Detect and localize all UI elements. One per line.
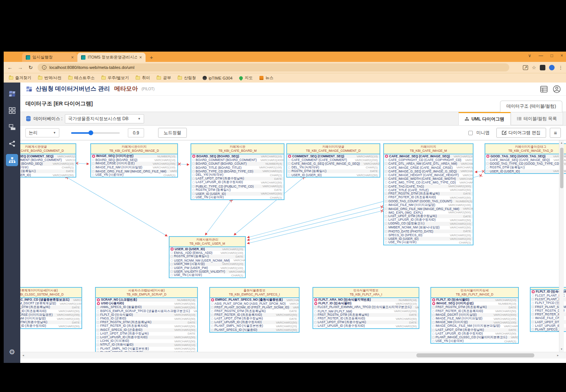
window-minimize-icon[interactable]: — [539,53,543,58]
edit-diagram-button[interactable]: 다이어그램 편집 [496,128,546,138]
entity-TB_KBI_CAFE_BOARD_COMMENT_D[interactable]: 카페게시판댓글TB_KBI_CAFE_BOARD_COMMENT_DCOMMEN… [20,143,76,178]
forward-icon[interactable]: → [17,64,24,70]
entity-TB_KBI_CAFE_BOARD_IMAGE_D[interactable]: 카페게시판이미지TB_KBI_CAFE_BOARD_IMAGE_DIMAGE_S… [90,143,178,178]
browser-toolbar: ← → ↻ i localhost:8080/itoms-web/meta-ta… [4,62,566,73]
entity-column: MMBER_NCNM_NM (회원닉네임명)VARCHAR2(50) [384,226,473,230]
bookmark-item[interactable]: 뉴스 [259,75,273,81]
entity-column: LCHN_ID (지의류ID)VARCHAR2(50) [96,339,197,343]
entity-column: FRST_RGTER_ID (최초등록자ID)VARCHAR2(50) [96,324,197,328]
column-icon [211,314,213,316]
horizontal-scroll-thumb[interactable] [416,353,534,357]
scroll-down-icon[interactable]: ▼ [560,347,563,352]
entity-column: LAST_UPDT_DTM (최종수정날짜)DATE [384,214,473,218]
bookmark-item[interactable]: 산림청 [178,75,196,81]
entity-column: CAFE_TITLE (CAFE_TITLE)VARCHAR2(50) [384,188,473,192]
entity-column: FRST_RGTER_ID (최초등록자ID)VARCHAR2(50) [431,309,518,313]
scroll-up-icon[interactable]: ▲ [560,140,563,146]
bookmark-item[interactable]: 테스트주소 [68,75,95,81]
window-close-icon[interactable]: × [560,53,563,58]
app-title-accent: 메타모아 [114,85,138,93]
sidebar-item-database[interactable] [6,121,18,133]
node-align-button[interactable]: 노드정렬 [158,128,187,138]
address-bar[interactable]: i localhost:8080/itoms-web/meta-tables.d… [38,63,509,71]
sidebar-item-dashboard[interactable] [6,104,18,116]
vertical-scrollbar[interactable]: ▲ ▼ [559,140,564,352]
bookmark-item[interactable]: 공부 [157,75,171,81]
entity-TB_KBI_CAFE_IMAGE_M[interactable]: 카페이미지TB_KBI_CAFE_IMAGE_MCAFE_IMAGE_SEQ (… [383,143,474,245]
entity-column: USER_ID (USER_ID)VARCHAR2(50) [485,169,566,173]
diagram-menu-button[interactable]: ≡ [550,128,561,138]
user-profile-icon[interactable] [553,85,561,93]
tab-table-column-list[interactable]: 테이블/컬럼 목록 [511,112,563,125]
browser-tab-temp[interactable]: 임시실행창 × [22,53,77,62]
database-select[interactable]: 국가생물종지식정보시스템 DB▼ [65,114,144,123]
entity-column-pk: COMMENT_SEQ (COMMENT_SEQ)VARCHAR2(10) [287,154,380,158]
settings-gear-icon[interactable]: ⚙ [9,348,15,356]
site-info-icon[interactable]: i [42,65,46,70]
new-tab-button[interactable]: + [147,53,156,62]
column-icon [192,185,195,188]
entity-TB_KBI_CAFE_USER_M[interactable]: 카페사용자관리TB_KBI_CAFE_USER_MUSER_ID (USER_I… [169,236,246,278]
entity-column: FRST_RGSTN_DTM (최초등록날짜)DATE [96,321,197,324]
tab-uml-diagram[interactable]: UML 다이어그램 [458,112,511,125]
bookmark-item[interactable]: 우주/별보기 [101,75,129,81]
bookmark-item[interactable]: 취미 [136,75,150,81]
bookmark-item[interactable]: 번역/사전 [38,75,62,81]
entity-TB_KBI_CAFE_IMAGE_TAG_D[interactable]: 카페이미지좋아요태그TB_KBI_CAFE_IMAGE_TAG_DGOOD_TA… [485,143,566,174]
sidebar-item-share[interactable] [6,137,18,150]
share-icon[interactable]: ↗ [523,65,528,70]
tab-close-icon[interactable]: × [139,55,142,60]
primary-key-icon [192,155,195,158]
column-icon [385,181,387,183]
entity-TB_KBI_FLPLT_ARA_I[interactable]: 민속식물지역정보TB_KBI_FLPLT_ARA_IFLPLT_ARA_NO (… [312,287,419,329]
entity-TB_KBI_FLPLT_IMAGE_D[interactable]: 민속식물이미지상세TB_KBI_FLPLT_IMAGE_DFLPLT_ID (민… [430,287,519,344]
entity-TB_KBI_CAFE_BOARD_M[interactable]: 카페게시판TB_KBI_CAFE_BOARD_MBOARD_SEQ (BOARD… [191,143,284,200]
entity-column: EMAIL_ADD (EMAIL_ADD)VARCHAR2(100) [170,251,245,255]
zoom-slider[interactable] [71,132,120,134]
profile-avatar[interactable] [549,65,555,70]
entity-TB_KBI_EMRGC_PLANT_SPECS_I[interactable]: 출현식물종정보TB_KBI_EMRGC_PLANT_SPECS_IEMRGC_P… [209,287,300,333]
scroll-left-icon[interactable]: ◄ [20,354,26,357]
column-icon [192,178,195,180]
horizontal-scrollbar[interactable]: ◄ ► [20,352,566,358]
column-icon [288,170,290,172]
chrome-menu-icon[interactable]: ⋮ [558,65,563,70]
entity-column: CAFE_DTL_AREA_NM (CAFE_DTL_AREA_NM)VARCH… [384,162,473,165]
er-diagram-canvas[interactable]: 카페게시판댓글TB_KBI_CAFE_BOARD_COMMENT_DCOMMEN… [20,140,566,352]
bookmark-item[interactable]: ipTIME G304 [203,76,233,80]
board-list-icon[interactable] [540,86,548,92]
minimap-checkbox[interactable] [468,131,473,135]
entity-column: PHOTO_DATE (PHOTO_DATE)DATE [384,230,473,233]
vertical-scroll-thumb[interactable] [560,148,563,188]
column-icon [385,162,387,165]
entity-TB_KBI_CLSSC_SSTEM_IMAGE_D[interactable]: 분류체계이미지상세(미사용)TB_KBI_CLSSC_SSTEM_IMAGE_D… [20,287,82,329]
entity-TB_KBI_EMPLR_SCRAP_D[interactable]: 사용자스크랩상세(미사용)TB_KBI_EMPLR_SCRAP_DSCRAP_N… [95,287,198,352]
window-menu-icon[interactable]: ∨ [528,53,531,58]
bookmark-star-icon[interactable]: ☆ [532,65,536,70]
refresh-icon[interactable]: ↻ [27,64,34,70]
column-icon [532,298,534,300]
sidebar-item-er-diagram[interactable] [6,154,18,166]
primary-key-icon [171,248,174,251]
column-icon [288,162,290,165]
tab-close-icon[interactable]: × [71,55,74,60]
slider-thumb[interactable] [88,130,93,135]
entity-column: CAFE_IMAGE_HEIGHT (CAFE_IMAGE_HEIGHT)VAR… [384,173,473,177]
entity-column-pk: BOARD_SEQ (BOARD_SEQ)VARCHAR2(10) [191,154,284,158]
column-icon [192,174,195,176]
scroll-right-icon[interactable]: ► [555,354,561,357]
tab-data-structure[interactable]: 데이터구조 (테이블/컬럼) [500,101,562,112]
zoom-value-input[interactable]: 0.9 [128,128,144,137]
bookmark-item[interactable]: 지도 [239,75,253,81]
window-maximize-icon[interactable]: □ [551,53,553,58]
logic-select[interactable]: 논리▼ [25,128,59,137]
entity-column: IMAGE_ORG_FILE_NM (IMAGE_ORG_FILE_NM)VAR… [384,207,473,211]
back-icon[interactable]: ← [7,64,13,70]
browser-tab-itoms[interactable]: ITOMS 정보화운영관리시스템 × [77,53,146,62]
bookmark-item[interactable]: 즐겨찾기 [9,75,31,81]
page-title-row: 데이터구조 [ER 다이어그램] 데이터구조 (테이블/컬럼) [20,96,566,112]
entity-TB_KBI_CAFE_IMAGE_COMMENT_D[interactable]: 카페이미지댓글TB_KBI_CAFE_IMAGE_COMMENT_DCOMMEN… [286,143,380,178]
extension-icon[interactable] [540,65,545,70]
column-icon [314,310,317,312]
column-icon [532,321,534,323]
